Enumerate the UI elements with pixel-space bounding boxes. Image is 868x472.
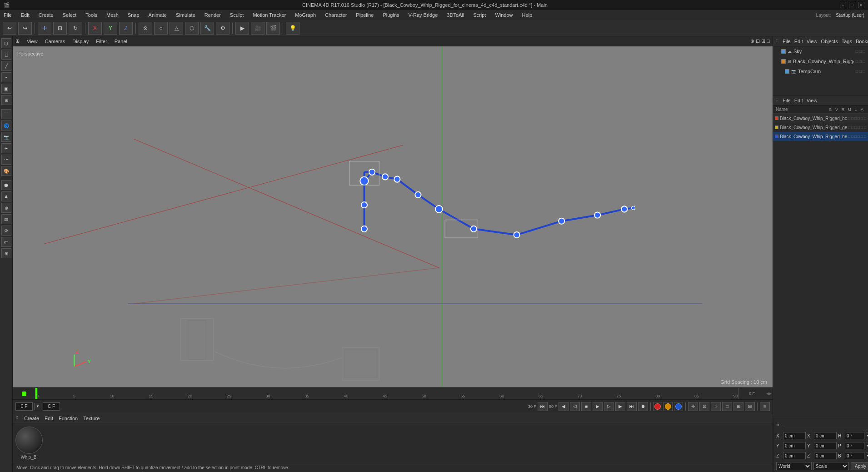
z-axis-button[interactable]: Z — [119, 22, 133, 35]
viewport[interactable]: Perspective — [13, 46, 773, 387]
transport-btn-b[interactable]: ⊡ — [699, 402, 709, 411]
y-axis-button[interactable]: Y — [104, 22, 117, 35]
keyframe-btn-2[interactable] — [663, 402, 673, 411]
scene-edit-menu[interactable]: Edit — [794, 39, 803, 44]
menu-render[interactable]: Render — [203, 11, 223, 19]
redo-button[interactable]: ↪ — [18, 22, 32, 35]
rotate-tool-button[interactable]: ↻ — [69, 22, 82, 35]
coord-x-pos[interactable] — [783, 432, 806, 439]
objects-file-menu[interactable]: File — [783, 98, 791, 103]
menu-animate[interactable]: Animate — [147, 11, 169, 19]
coord-y-scale[interactable] — [814, 442, 837, 449]
scene-bookmarks-menu[interactable]: Bookmarks — [856, 39, 868, 44]
material-texture-menu[interactable]: Texture — [83, 416, 100, 421]
menu-simulate[interactable]: Simulate — [174, 11, 197, 19]
transport-next-frame[interactable]: ▶ — [615, 402, 625, 411]
tool-joint[interactable]: ⊕ — [1, 203, 11, 213]
transport-stop[interactable]: ■ — [581, 402, 591, 411]
coord-scale-dropdown[interactable]: Scale — [813, 462, 849, 470]
transport-btn-g[interactable]: ≡ — [760, 402, 770, 411]
transport-btn-d[interactable]: □ — [722, 402, 732, 411]
transport-play[interactable]: ▶ — [593, 402, 603, 411]
tool-edge[interactable]: ╱ — [1, 61, 11, 71]
transport-play-forward[interactable]: ▷ — [604, 402, 614, 411]
coord-z-stepper[interactable]: ▼ — [866, 452, 868, 459]
tool-point[interactable]: • — [1, 72, 11, 82]
tool-group[interactable]: ⬢ — [1, 180, 11, 190]
display-menu[interactable]: Display — [72, 39, 89, 44]
panel-menu[interactable]: Panel — [115, 39, 127, 44]
scene-file-menu[interactable]: File — [783, 39, 791, 44]
filter-menu[interactable]: Filter — [96, 39, 107, 44]
menu-help[interactable]: Help — [520, 11, 534, 19]
transport-go-start[interactable]: ⏮ — [538, 402, 548, 411]
menu-create[interactable]: Create — [37, 11, 55, 19]
material-preview[interactable]: Whip_Bl — [15, 427, 43, 460]
menu-snap[interactable]: Snap — [126, 11, 141, 19]
transport-btn-a[interactable]: ✛ — [688, 402, 698, 411]
objects-view-menu[interactable]: View — [807, 98, 818, 103]
timeline-ruler[interactable]: 0 5 10 15 20 25 30 35 40 45 50 55 60 65 — [35, 388, 738, 399]
menu-pipeline[interactable]: Pipeline — [354, 11, 375, 19]
menu-mograph[interactable]: MoGraph — [293, 11, 318, 19]
render-settings-button[interactable]: 🎬 — [266, 22, 280, 35]
render-region-button[interactable]: 🎥 — [251, 22, 264, 35]
coord-h-rot[interactable] — [845, 432, 864, 439]
coord-z-scale[interactable] — [814, 452, 837, 459]
coord-b-rot[interactable] — [845, 452, 864, 459]
tool-deformer[interactable]: 🌀 — [1, 121, 11, 131]
frame-input2[interactable] — [43, 402, 60, 411]
keyframe-btn-1[interactable] — [653, 402, 662, 411]
coord-world-dropdown[interactable]: World Object Local — [776, 462, 812, 470]
timeline-end-handle[interactable]: ◀▶ — [765, 388, 773, 399]
tool-tag[interactable]: 🏷 — [1, 237, 11, 247]
tool-nurbs[interactable]: ⌒ — [1, 109, 11, 119]
menu-plugins[interactable]: Plugins — [381, 11, 401, 19]
coord-x-scale[interactable] — [814, 432, 837, 439]
coord-y-pos[interactable] — [783, 442, 806, 449]
transport-btn-e[interactable]: ⊞ — [733, 402, 743, 411]
close-button[interactable]: × — [858, 2, 864, 8]
object-row-tempcam[interactable]: 📷 TempCam □ □ □ — [773, 66, 868, 76]
object-row-whip-rigged[interactable]: ⊞ Black_Cowboy_Whip_Rigged_ □ □ □ — [773, 56, 868, 66]
scene-objects-menu[interactable]: Objects — [821, 39, 838, 44]
x-axis-button[interactable]: X — [88, 22, 102, 35]
transport-record[interactable]: ⏺ — [638, 402, 648, 411]
move-tool-button[interactable]: ✛ — [38, 22, 51, 35]
tool-button-3[interactable]: △ — [170, 22, 183, 35]
tool-light2[interactable]: ☀ — [1, 143, 11, 153]
layout-value[interactable]: Startup (User) — [834, 12, 866, 19]
tool-uv[interactable]: ⊞ — [1, 95, 11, 105]
coord-x-stepper[interactable]: ▼ — [866, 432, 868, 439]
tool-model[interactable]: ⬡ — [1, 38, 11, 48]
keyframe-btn-3[interactable] — [674, 402, 683, 411]
menu-sculpt[interactable]: Sculpt — [228, 11, 246, 19]
frame-input[interactable] — [15, 402, 33, 411]
menu-tools[interactable]: Tools — [84, 11, 99, 19]
transport-prev-frame[interactable]: ◀ — [559, 402, 569, 411]
menu-character[interactable]: Character — [323, 11, 349, 19]
scene-view-menu[interactable]: View — [807, 39, 818, 44]
minimize-button[interactable]: − — [840, 2, 846, 8]
material-edit-menu[interactable]: Edit — [45, 416, 53, 421]
object-row-helpers[interactable]: Black_Cowboy_Whip_Rigged_helpers □ □ □ □… — [773, 132, 868, 141]
light-button[interactable]: 💡 — [286, 22, 299, 35]
tool-char[interactable]: ♟ — [1, 191, 11, 201]
tool-material[interactable]: 🎨 — [1, 166, 11, 176]
frame-step-down[interactable]: ▼ — [34, 403, 41, 410]
tool-button-5[interactable]: 🔧 — [200, 22, 214, 35]
transport-play-back[interactable]: ◁ — [570, 402, 580, 411]
render-button[interactable]: ▶ — [235, 22, 249, 35]
coord-z-pos[interactable] — [783, 452, 806, 459]
menu-script[interactable]: Script — [471, 11, 488, 19]
menu-edit[interactable]: Edit — [19, 11, 31, 19]
tool-button-6[interactable]: ⚙ — [216, 22, 229, 35]
tool-polygon[interactable]: ◻ — [1, 50, 11, 60]
tool-button-2[interactable]: ○ — [154, 22, 168, 35]
transport-btn-f[interactable]: ⊟ — [745, 402, 755, 411]
material-function-menu[interactable]: Function — [59, 416, 78, 421]
menu-window[interactable]: Window — [493, 11, 514, 19]
maximize-button[interactable]: □ — [849, 2, 855, 8]
coord-p-rot[interactable] — [845, 442, 864, 449]
tool-extra[interactable]: ⊞ — [1, 248, 11, 258]
